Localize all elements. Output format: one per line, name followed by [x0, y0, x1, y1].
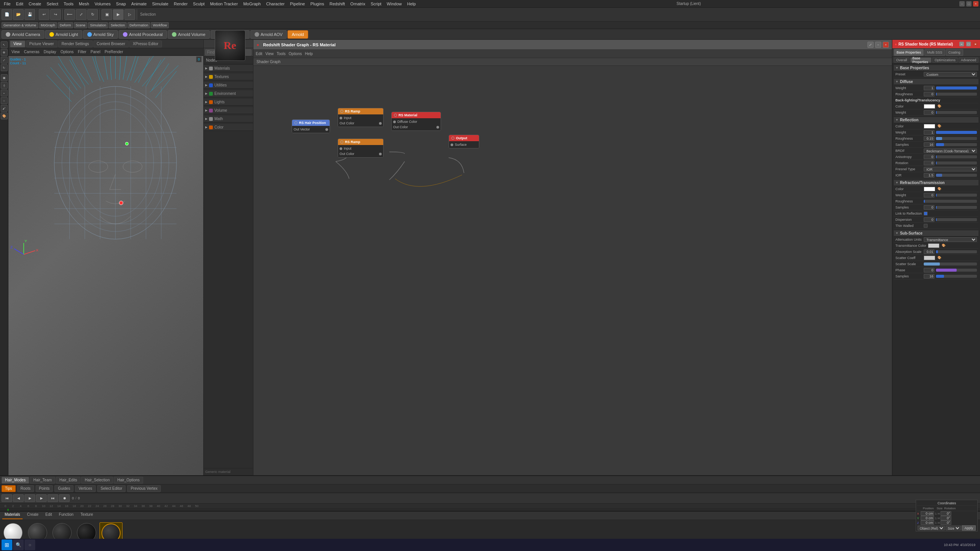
- menu-motion-tracker[interactable]: Motion Tracker: [208, 1, 240, 7]
- viewport-canvas[interactable]: X Y Z Guides - 1 Count - 11 0: [8, 56, 203, 475]
- tl-play-back[interactable]: ⏮: [2, 494, 12, 502]
- new-btn[interactable]: 📄: [2, 9, 12, 20]
- output-in-dot[interactable]: [451, 143, 453, 146]
- menu-sculpt[interactable]: Sculpt: [191, 1, 207, 7]
- menu-script[interactable]: Script: [368, 1, 384, 7]
- scale-btn[interactable]: ⤢: [76, 9, 87, 20]
- menu-pipeline[interactable]: Pipeline: [288, 1, 307, 7]
- ramp2-out-dot[interactable]: [379, 153, 382, 155]
- hair-action-btn1[interactable]: Select Editor: [97, 485, 126, 492]
- ss-scatter-icon[interactable]: 🎨: [938, 256, 941, 259]
- generate-btn[interactable]: Generation & Volume: [2, 22, 38, 28]
- refl-weight-slider[interactable]: [936, 131, 977, 134]
- sg-help[interactable]: Help: [305, 52, 313, 56]
- tl-step-fwd[interactable]: ▶: [36, 494, 47, 502]
- bl-weight-slider[interactable]: [936, 111, 977, 114]
- rp-tab-base[interactable]: Base Properties: [894, 49, 924, 56]
- tool-point[interactable]: •: [1, 90, 8, 96]
- d-weight-slider[interactable]: [936, 86, 977, 90]
- node-section-math-header[interactable]: ▶ Math: [204, 116, 253, 122]
- hair-mode-tips[interactable]: Tips: [2, 485, 16, 492]
- shader-node-output[interactable]: Output Surface: [449, 135, 479, 148]
- base-properties-header[interactable]: ▼ Base Properties: [894, 65, 978, 71]
- rp-close-btn[interactable]: ×: [973, 42, 978, 46]
- dispersion-input[interactable]: [924, 217, 934, 222]
- hair-tab-options[interactable]: Hair_Options: [114, 477, 143, 484]
- vp-panel[interactable]: Panel: [89, 50, 102, 54]
- shader-node-hair-pos[interactable]: RS Hair Position Out Vector: [292, 119, 330, 133]
- refl-color-icon[interactable]: 🎨: [938, 124, 941, 128]
- ss-samples-input[interactable]: [924, 274, 934, 279]
- hair-tab-team[interactable]: Hair_Team: [30, 477, 55, 484]
- menu-window[interactable]: Window: [384, 1, 404, 7]
- fresnel-dropdown[interactable]: IOR: [924, 167, 977, 171]
- x-pos[interactable]: [921, 511, 934, 516]
- node-section-env-header[interactable]: ▶ Environment: [204, 90, 253, 97]
- node-section-lights-header[interactable]: ▶ Lights: [204, 99, 253, 106]
- shader-node-rs-material[interactable]: RS Material Diffuse Color Out Color: [391, 112, 441, 131]
- menu-ornatrix[interactable]: Ornatrix: [348, 1, 368, 7]
- tool-obj[interactable]: ○: [1, 97, 8, 104]
- select-btn[interactable]: ▣: [101, 9, 112, 20]
- rp-max-btn[interactable]: □: [966, 42, 971, 46]
- bl-color-picker-icon[interactable]: 🎨: [938, 104, 941, 108]
- workflow-btn[interactable]: Workflow: [151, 22, 169, 28]
- tl-play-fwd[interactable]: ⏭: [47, 494, 58, 502]
- menu-tools[interactable]: Tools: [61, 1, 76, 7]
- save-btn[interactable]: 💾: [24, 9, 35, 20]
- ss-abs-slider[interactable]: [936, 250, 977, 253]
- dispersion-slider[interactable]: [936, 218, 977, 221]
- close-button[interactable]: ×: [973, 1, 978, 7]
- refl-samples-slider[interactable]: [936, 143, 977, 146]
- refr-color-icon[interactable]: 🎨: [938, 187, 941, 191]
- bl-color-swatch[interactable]: [924, 104, 935, 109]
- bl-weight-input[interactable]: [924, 110, 934, 115]
- vp-options[interactable]: Options: [59, 50, 75, 54]
- arnold-main-tab[interactable]: Arnold: [287, 30, 308, 39]
- rp-subtab-optim[interactable]: Optimizations: [932, 57, 958, 63]
- menu-animate[interactable]: Animate: [129, 1, 149, 7]
- mograph-btn[interactable]: MoGraph: [39, 22, 57, 28]
- hair-action-btn2[interactable]: Previous Vertex: [127, 485, 161, 492]
- link-refl-checkbox[interactable]: [924, 212, 928, 215]
- undo-btn[interactable]: ↩: [39, 9, 49, 20]
- tool-poly[interactable]: ▣: [1, 74, 8, 81]
- ss-phase-slider[interactable]: [936, 269, 977, 272]
- tool-scale[interactable]: ⤢: [1, 57, 8, 64]
- hair-mode-guides[interactable]: Guides: [54, 485, 74, 492]
- brdf-dropdown[interactable]: Beckmann (Cook-Torrance): [924, 148, 977, 153]
- hair-mode-points[interactable]: Points: [36, 485, 53, 492]
- sg-close-btn[interactable]: ×: [883, 42, 889, 48]
- refr-color-swatch[interactable]: [924, 187, 935, 191]
- redo-btn[interactable]: ↪: [50, 9, 61, 20]
- ss-trans-swatch[interactable]: [928, 243, 939, 248]
- out-vector-dot[interactable]: [325, 128, 328, 131]
- rp-tab-multi[interactable]: Multi SSS: [924, 49, 945, 56]
- sg-view[interactable]: View: [265, 52, 274, 56]
- ior-input[interactable]: [924, 173, 934, 178]
- arnold-volume-tab[interactable]: Arnold Volume: [168, 30, 210, 39]
- maximize-button[interactable]: □: [966, 1, 972, 7]
- rotation-input[interactable]: [924, 161, 934, 165]
- rp-subtab-adv[interactable]: Advanced: [959, 57, 978, 63]
- ss-abs-input[interactable]: [924, 249, 934, 254]
- selection-btn2[interactable]: Selection: [109, 22, 127, 28]
- deformation-btn[interactable]: Deformation: [127, 22, 150, 28]
- d-weight-input[interactable]: [924, 86, 934, 90]
- refr-weight-slider[interactable]: [936, 194, 977, 197]
- mat-tab-edit[interactable]: Edit: [43, 512, 54, 519]
- menu-character[interactable]: Character: [264, 1, 287, 7]
- tool-rotate[interactable]: ↻: [1, 64, 8, 71]
- vp-tab-view[interactable]: View: [10, 41, 25, 47]
- play-btn[interactable]: ▷: [124, 9, 135, 20]
- ior-slider[interactable]: [936, 174, 977, 177]
- tool-select[interactable]: ↖: [1, 41, 8, 48]
- anisotropy-slider[interactable]: [936, 155, 977, 158]
- taskbar-cortana[interactable]: ○: [24, 540, 35, 550]
- ss-scatter-swatch[interactable]: [924, 256, 935, 260]
- windows-start-btn[interactable]: ⊞: [2, 540, 12, 550]
- x-rot[interactable]: [941, 511, 951, 516]
- ss-att-dropdown[interactable]: Transmittance: [924, 237, 977, 242]
- arnold-light-tab[interactable]: Arnold Light: [45, 30, 82, 39]
- rp-min-btn[interactable]: −: [959, 42, 964, 46]
